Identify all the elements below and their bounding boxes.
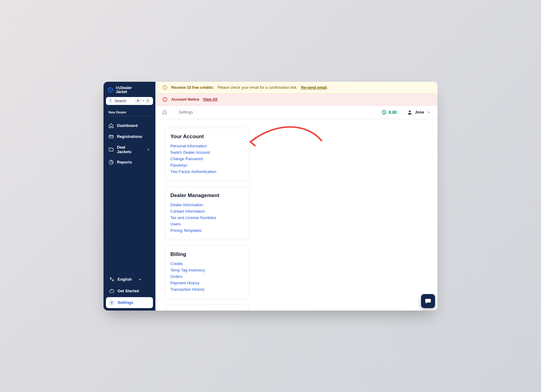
avatar-icon [407,110,412,115]
settings-label: Settings [118,300,133,305]
svg-point-2 [111,302,113,303]
balance-value: 8.80 [389,110,397,115]
home-icon[interactable] [162,110,167,115]
svg-rect-0 [109,135,113,138]
search-label: Search [114,99,126,103]
svg-point-4 [165,86,165,87]
nav-label: Reports [117,160,132,164]
chevron-down-icon [427,110,431,114]
card-dealer-management: Dealer Management Dealer Information Con… [165,187,249,240]
piechart-icon [108,160,114,165]
link-passkeys[interactable]: Passkeys [170,162,244,168]
chat-button[interactable] [421,294,435,308]
link-payment-history[interactable]: Payment History [170,280,244,286]
link-contact-information[interactable]: Contact Information [170,208,244,214]
brand-text: MyDealer Jacket [116,86,132,94]
link-temp-tag-inventory[interactable]: Temp Tag Inventory [170,267,244,273]
chevron-right-icon [146,147,151,152]
nav-label: Deal Jackets [117,145,140,154]
get-started[interactable]: Get Started [106,286,153,297]
svg-point-8 [409,110,411,112]
view-all-link[interactable]: View All [203,97,217,102]
translate-icon [109,277,114,282]
resend-email-link[interactable]: Re-send email [301,85,327,90]
nav-dealjackets[interactable]: Deal Jackets [106,142,153,156]
language-label: English [118,277,132,282]
link-change-password[interactable]: Change Password [170,156,244,162]
banner-title: Receive 10 free credits: [171,85,214,90]
language-selector[interactable]: English [106,274,153,285]
app-window: MyDealer Jacket Search ⌘ + K New Dealer … [103,82,438,311]
chevron-right-icon: 〉 [171,110,174,114]
banner-text: Please check your email for a confirmati… [218,85,297,90]
link-orders[interactable]: Orders [170,273,244,280]
topbar: 〉 Settings 8.80 Jose [155,106,438,119]
sidebar-bottom: English Get Started Settings [106,274,153,308]
user-name: Jose [415,110,424,114]
chat-icon [425,298,431,304]
link-personal-information[interactable]: Personal Information [170,143,244,149]
dealer-label: New Dealer [107,107,152,116]
search-button[interactable]: Search ⌘ + K [106,97,153,105]
card-customer-service: Customer Service Contact Us [165,304,249,311]
sparkle-icon [108,99,113,103]
link-credits[interactable]: Credits [170,261,244,267]
nav-settings[interactable]: Settings [106,297,153,308]
brand-logo: MyDealer Jacket [106,86,153,97]
dollar-icon [381,110,387,115]
banner-account-notice: Account Notice View All [155,94,438,106]
link-users[interactable]: Users [170,221,244,227]
card-title: Dealer Management [170,192,244,199]
nav-reports[interactable]: Reports [106,157,153,167]
briefcase-icon [109,288,114,294]
link-tax-and-license-numbers[interactable]: Tax and License Numbers [170,214,244,221]
home-icon [108,123,114,128]
link-transaction-history[interactable]: Transaction History [170,286,244,293]
svg-rect-1 [110,290,114,293]
main-content: Receive 10 free credits: Please check yo… [155,82,438,311]
banner-credits: Receive 10 free credits: Please check yo… [155,82,438,94]
divider [402,109,402,115]
card-billing: Billing Credits Temp Tag Inventory Order… [165,246,249,299]
svg-point-6 [165,100,165,101]
card-title: Billing [170,251,244,257]
link-two-factor-authentication[interactable]: Two-Factor Authentication [170,168,244,175]
breadcrumb-current: Settings [179,110,193,114]
link-dealer-information[interactable]: Dealer Information [170,202,244,208]
balance-display[interactable]: 8.80 [381,110,397,115]
nav-dashboard[interactable]: Dashboard [106,120,153,131]
banner-title: Account Notice [171,97,199,102]
sidebar: MyDealer Jacket Search ⌘ + K New Dealer … [103,82,155,311]
card-your-account: Your Account Personal Information Switch… [165,128,249,181]
link-switch-dealer-account[interactable]: Switch Dealer Account [170,149,244,156]
gear-icon [109,300,114,305]
nav-label: Dashboard [117,123,138,128]
cube-icon [107,87,114,93]
card-title: Your Account [170,134,244,140]
getstarted-label: Get Started [118,289,139,293]
nav-label: Registrations [117,134,142,139]
card-icon [108,134,114,139]
folder-icon [108,147,114,152]
nav-registrations[interactable]: Registrations [106,131,153,142]
info-icon [162,85,168,90]
breadcrumb: 〉 Settings [162,110,193,115]
card-title: Customer Service [170,310,244,311]
chevron-down-icon [138,277,142,282]
link-pricing-templates[interactable]: Pricing Templates [170,227,244,234]
alert-icon [162,97,168,102]
primary-nav: Dashboard Registrations Deal Jackets Rep… [106,120,153,167]
settings-content: Your Account Personal Information Switch… [155,119,438,311]
user-menu[interactable]: Jose [407,110,431,115]
search-shortcut: ⌘ + K [135,99,151,103]
